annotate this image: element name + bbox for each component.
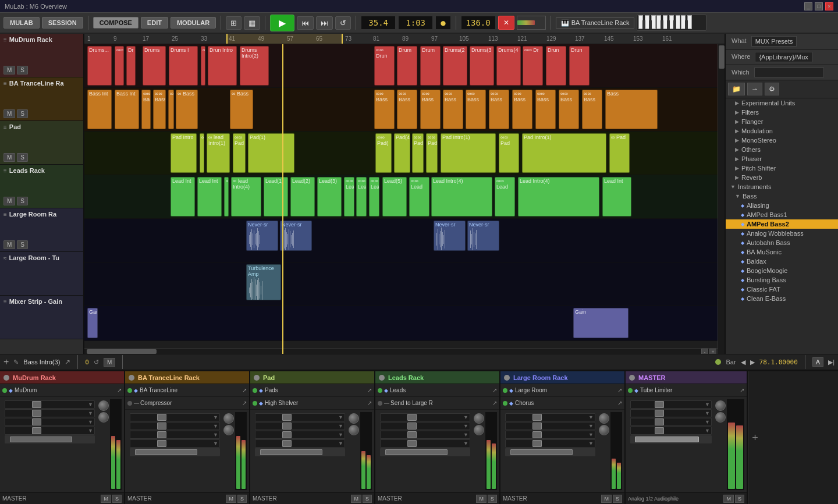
fader-lg2[interactable]: ▼ xyxy=(588,423,594,429)
volume-fader-pad[interactable] xyxy=(260,449,322,455)
clip-bass-15[interactable]: Bass xyxy=(605,90,658,129)
tree-phaser[interactable]: ▶ Phaser xyxy=(726,154,838,164)
clip-leads-intro4b[interactable]: Lead Intro(4) xyxy=(431,177,492,216)
clip-large-never3[interactable]: Never-sr xyxy=(434,221,466,251)
clip-bass-2[interactable]: Bass Int xyxy=(115,90,139,129)
clip-pad-inf[interactable]: ∞∞ Pad xyxy=(233,133,246,173)
mute-small-drums[interactable]: M xyxy=(101,495,111,503)
tree-bass[interactable]: ▼ Bass xyxy=(726,191,838,201)
fader-drums-1[interactable]: ▼ xyxy=(5,400,95,409)
clip-drums-drums3[interactable]: Drums(3 xyxy=(470,46,494,86)
mute-largeroom[interactable]: M xyxy=(3,240,15,249)
volume-fader-leads[interactable] xyxy=(385,449,448,455)
clip-bass-loop[interactable]: ∞ xyxy=(168,90,174,129)
fader-large-2[interactable]: ▼ xyxy=(505,422,595,430)
loop-btn[interactable]: ↺ xyxy=(335,16,351,30)
tree-bursting[interactable]: ◆ Bursting Bass xyxy=(726,275,838,285)
volume-fader-bass[interactable] xyxy=(135,449,197,455)
knob-drums-2[interactable] xyxy=(98,412,109,423)
mulab-btn[interactable]: MULAB xyxy=(3,17,40,29)
add-mixer-icon[interactable]: + xyxy=(752,432,758,444)
clip-turbulence-1[interactable]: Turbulence Amp xyxy=(246,264,281,300)
ch-enable-leads[interactable] xyxy=(378,388,382,393)
clip-leads-intro4[interactable]: ∞ lead Intro(4) xyxy=(231,177,261,216)
fader-leads-3[interactable]: ▼ xyxy=(380,431,470,439)
fader-ld3[interactable]: ▼ xyxy=(463,432,468,438)
clip-drums-intro[interactable]: Drun Intro xyxy=(208,46,237,86)
view-btn[interactable]: ▦ xyxy=(244,16,260,30)
ch-enable-pads[interactable] xyxy=(253,388,257,393)
knob-pad-1[interactable] xyxy=(349,413,359,424)
mixer-power-largeroom[interactable] xyxy=(504,375,510,381)
mute-small-bass[interactable]: M xyxy=(226,495,236,503)
sb-a-btn[interactable]: A xyxy=(812,357,823,367)
rp-arrow-btn[interactable]: → xyxy=(747,83,762,95)
rp-folder-btn[interactable]: 📁 xyxy=(728,83,745,95)
clip-leads-inf4[interactable]: ∞∞ Lead xyxy=(409,177,429,216)
mute-drums[interactable]: M xyxy=(3,66,15,74)
tree-analogwobble[interactable]: ◆ Analog Wobblebass xyxy=(726,229,838,238)
fader-bass-3[interactable]: ▼ xyxy=(130,431,220,439)
solo-small-large[interactable]: S xyxy=(613,495,622,503)
solo-leads[interactable]: S xyxy=(17,197,28,205)
tree-flanger[interactable]: ▶ Flanger xyxy=(726,117,838,126)
clip-bass-11[interactable]: ∞∞ Bass xyxy=(512,90,532,129)
mixer-power-leads[interactable] xyxy=(379,375,385,381)
tree-modulation[interactable]: ▶ Modulation xyxy=(726,126,838,136)
solo-small-leads[interactable]: S xyxy=(488,495,497,503)
fader-pd4[interactable]: ▼ xyxy=(338,441,343,446)
tree-baldax[interactable]: ◆ Baldax xyxy=(726,257,838,266)
clip-leads-loop[interactable]: ∞ xyxy=(224,177,229,216)
sb-end-btn[interactable]: ▶| xyxy=(828,359,835,366)
clip-bass-inf2[interactable]: ∞∞ Bass xyxy=(374,90,395,129)
clip-bass-5[interactable]: ∞ Bass xyxy=(230,90,253,129)
tree-cleanebass[interactable]: ◆ Clean E-Bass xyxy=(726,294,838,303)
fader-ms[interactable]: ▼ xyxy=(705,402,710,407)
fader-leads-1[interactable]: ▼ xyxy=(380,413,470,421)
clip-leads-5[interactable]: Lead(5) xyxy=(382,177,407,216)
tree-pitchshifter[interactable]: ▶ Pitch Shifter xyxy=(726,164,838,173)
clip-drums-drums4[interactable]: Drums(4 xyxy=(496,46,521,86)
arrange-area[interactable]: 1 9 17 25 33 41 49 57 65 73 81 89 97 105… xyxy=(84,34,725,354)
minimize-btn[interactable]: _ xyxy=(804,2,812,10)
clip-drums-loop[interactable]: ∞∞ xyxy=(115,46,124,86)
h-scrollbar-thumb[interactable] xyxy=(87,349,157,354)
fader-pd2[interactable]: ▼ xyxy=(338,423,343,429)
fader-master-1[interactable]: ▼ xyxy=(630,400,712,409)
clip-bass-4[interactable]: ∞ Bass xyxy=(176,90,198,129)
clip-pad-1[interactable]: Pad(1) xyxy=(248,133,294,173)
knob-leads-1[interactable] xyxy=(474,413,484,424)
fader-master-2[interactable]: ▼ xyxy=(630,409,712,417)
rp-gear-btn[interactable]: ⚙ xyxy=(765,83,779,95)
ch-arrow-mudrum[interactable]: ↗ xyxy=(117,387,122,393)
ch-enable-tubelimiter[interactable] xyxy=(628,388,633,393)
ch-enable-largeroom[interactable] xyxy=(503,388,507,393)
fader-leads-4[interactable]: ▼ xyxy=(380,439,470,448)
fader-arrow3[interactable]: ▼ xyxy=(88,419,93,425)
maximize-btn[interactable]: □ xyxy=(815,2,823,10)
ch-enable-mudrum[interactable] xyxy=(2,388,7,393)
zoom-in-btn[interactable]: + xyxy=(709,349,716,354)
clip-large-never2[interactable]: Never-sr xyxy=(280,221,312,251)
clip-drums-drun[interactable]: ∞∞ Drun xyxy=(374,46,395,86)
rp-which-input[interactable] xyxy=(754,68,824,77)
tree-monostereo[interactable]: ▶ MonoStereo xyxy=(726,136,838,145)
clip-drums-3[interactable]: Drums I xyxy=(169,46,198,86)
fader-pad-2[interactable]: ▼ xyxy=(255,422,345,430)
clip-bass-9[interactable]: ∞∞ Bass xyxy=(466,90,486,129)
fader-large-volume[interactable] xyxy=(505,448,595,456)
clip-bass-7[interactable]: ∞∞ Bass xyxy=(420,90,441,129)
clip-bass-3[interactable]: ∞∞ Bass xyxy=(153,90,166,129)
knob-bass-1[interactable] xyxy=(223,413,234,424)
edit-btn[interactable]: EDIT xyxy=(141,17,168,29)
fader-lg4[interactable]: ▼ xyxy=(588,441,594,446)
clip-leads-inf3[interactable]: ∞∞ Lead xyxy=(369,177,379,216)
fader-ba[interactable]: ▼ xyxy=(213,414,218,420)
tree-autobahn[interactable]: ◆ Autobahn Bass xyxy=(726,238,838,247)
add-mixer-btn[interactable]: + xyxy=(748,371,762,504)
fader-ld4[interactable]: ▼ xyxy=(463,441,468,446)
clip-drums-1[interactable]: Drums... xyxy=(87,46,112,86)
clip-drums-2[interactable]: Drums xyxy=(143,46,166,86)
ch-enable-chorus[interactable] xyxy=(503,401,507,406)
solo-largeroom[interactable]: S xyxy=(17,240,28,249)
